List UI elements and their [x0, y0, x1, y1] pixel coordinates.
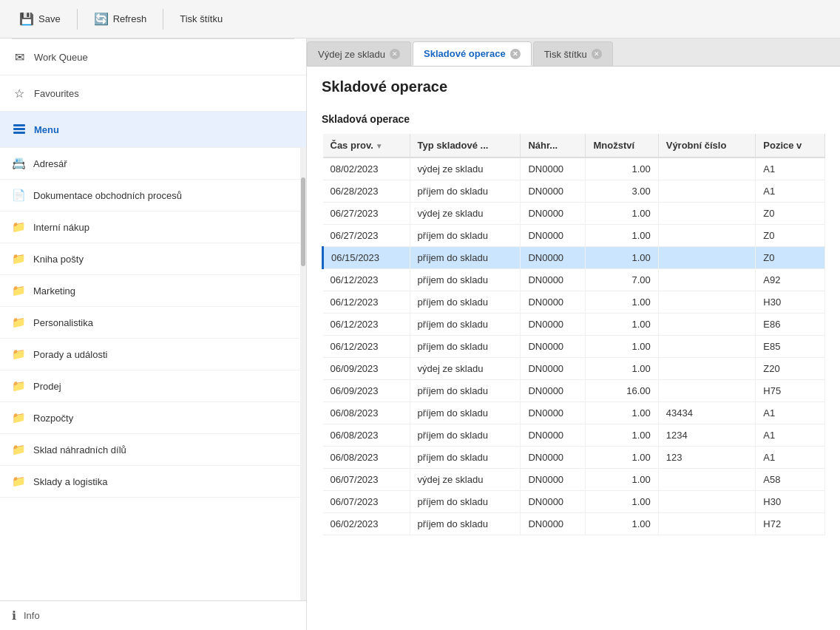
sidebar-item-menu[interactable]: Menu — [0, 112, 306, 148]
sidebar-scrollbar[interactable] — [300, 148, 306, 600]
table-row[interactable]: 06/09/2023příjem do skladuDN000016.00H75 — [323, 380, 825, 402]
sidebar-item-dokumentace-obchodních-procesů[interactable]: 📄 Dokumentace obchodních procesů — [0, 180, 300, 211]
cell-mnozstvi: 3.00 — [586, 180, 658, 203]
sidebar-item-personalistika[interactable]: 📁 Personalistika — [0, 307, 300, 339]
sidebar-item-favourites[interactable]: ☆ Favourites — [0, 75, 306, 112]
table-row[interactable]: 06/09/2023výdej ze skladuDN00001.00Z20 — [323, 358, 825, 380]
cell-cas: 06/12/2023 — [323, 269, 410, 291]
sidebar-item-sklady-a-logistika[interactable]: 📁 Sklady a logistika — [0, 466, 300, 498]
svg-rect-2 — [13, 132, 25, 134]
cell-typ: výdej ze skladu — [410, 203, 521, 225]
cell-nahr: DN0000 — [521, 314, 586, 336]
table-row[interactable]: 06/02/2023příjem do skladuDN00001.00H72 — [323, 513, 825, 535]
table-row[interactable]: 06/27/2023příjem do skladuDN00001.00Z0 — [323, 225, 825, 247]
cell-cas: 06/15/2023 — [323, 247, 410, 269]
table-row[interactable]: 06/12/2023příjem do skladuDN00001.00E86 — [323, 314, 825, 336]
table-row[interactable]: 06/08/2023příjem do skladuDN00001.004343… — [323, 402, 825, 424]
main-layout: ✉ Work Queue ☆ Favourites Menu 📇 Adresář… — [0, 38, 840, 630]
table-row[interactable]: 06/12/2023příjem do skladuDN00001.00E85 — [323, 336, 825, 358]
cell-cas: 06/09/2023 — [323, 380, 410, 402]
refresh-button[interactable]: 🔄 Refresh — [84, 7, 158, 30]
table-row[interactable]: 06/08/2023příjem do skladuDN00001.001234… — [323, 424, 825, 447]
save-button[interactable]: 💾 Save — [9, 7, 71, 30]
cell-typ: příjem do skladu — [410, 424, 521, 447]
cell-typ: výdej ze skladu — [410, 158, 521, 180]
cell-nahr: DN0000 — [521, 358, 586, 380]
content-area: Výdej ze skladu ✕Skladové operace ✕Tisk … — [307, 38, 840, 630]
cell-cas: 06/02/2023 — [323, 513, 410, 535]
folder-icon: 📁 — [12, 475, 26, 488]
cell-typ: příjem do skladu — [410, 402, 521, 424]
tab-close-icon[interactable]: ✕ — [390, 49, 400, 59]
cell-pozice: H75 — [756, 380, 825, 402]
item-icon: 📄 — [12, 189, 26, 202]
table-row[interactable]: 06/12/2023příjem do skladuDN00001.00H30 — [323, 291, 825, 314]
table-row[interactable]: 06/08/2023příjem do skladuDN00001.00123A… — [323, 447, 825, 469]
table-row[interactable]: 06/28/2023příjem do skladuDN00003.00A1 — [323, 180, 825, 203]
cell-mnozstvi: 1.00 — [586, 447, 658, 469]
table-row[interactable]: 08/02/2023výdej ze skladuDN00001.00A1 — [323, 158, 825, 180]
tab-close-icon[interactable]: ✕ — [510, 49, 521, 59]
sidebar-item-workqueue[interactable]: ✉ Work Queue — [0, 39, 306, 75]
cell-vyrobni — [658, 291, 756, 314]
cell-mnozstvi: 1.00 — [586, 291, 658, 314]
sidebar-item-sklad-náhradních-dílů[interactable]: 📁 Sklad náhradních dílů — [0, 434, 300, 466]
table-row[interactable]: 06/27/2023výdej ze skladuDN00001.00Z0 — [323, 203, 825, 225]
sidebar-item-kniha-pošty[interactable]: 📁 Kniha pošty — [0, 243, 300, 275]
table-container[interactable]: Čas prov.▼Typ skladové ...Náhr...Množstv… — [322, 134, 825, 618]
table-row[interactable]: 06/15/2023příjem do skladuDN00001.00Z0 — [323, 247, 825, 269]
sidebar-item-info[interactable]: ℹ Info — [0, 600, 306, 630]
sidebar-item-marketing[interactable]: 📁 Marketing — [0, 275, 300, 307]
col-header-pozice: Pozice v — [756, 134, 825, 158]
toolbar: 💾 Save 🔄 Refresh Tisk štítku — [0, 0, 840, 38]
cell-typ: příjem do skladu — [410, 225, 521, 247]
folder-icon: 📁 — [12, 379, 26, 393]
tab-label: Výdej ze skladu — [318, 49, 385, 60]
cell-mnozstvi: 1.00 — [586, 513, 658, 535]
sidebar-item-rozpočty[interactable]: 📁 Rozpočty — [0, 402, 300, 434]
cell-pozice: A1 — [756, 158, 825, 180]
cell-cas: 06/12/2023 — [323, 336, 410, 358]
cell-mnozstvi: 1.00 — [586, 491, 658, 513]
table-row[interactable]: 06/07/2023příjem do skladuDN00001.00H30 — [323, 491, 825, 513]
sidebar-scroll-thumb[interactable] — [301, 177, 305, 266]
cell-cas: 06/08/2023 — [323, 402, 410, 424]
cell-nahr: DN0000 — [521, 269, 586, 291]
page-title: Skladové operace — [322, 78, 825, 95]
sidebar-folder-label: Adresář — [33, 158, 67, 169]
print-button[interactable]: Tisk štítku — [169, 9, 233, 29]
tab-skladove[interactable]: Skladové operace ✕ — [413, 41, 532, 66]
save-label: Save — [38, 13, 61, 24]
cell-vyrobni — [658, 513, 756, 535]
sidebar-item-prodej[interactable]: 📁 Prodej — [0, 370, 300, 402]
folder-icon: 📁 — [12, 411, 26, 424]
cell-typ: výdej ze skladu — [410, 358, 521, 380]
table-row[interactable]: 06/07/2023výdej ze skladuDN00001.00A58 — [323, 469, 825, 491]
cell-vyrobni: 123 — [658, 447, 756, 469]
cell-pozice: A1 — [756, 180, 825, 203]
cell-nahr: DN0000 — [521, 291, 586, 314]
tab-tisk[interactable]: Tisk štítku ✕ — [533, 41, 613, 66]
col-header-cas[interactable]: Čas prov.▼ — [323, 134, 410, 158]
sidebar-item-interní-nákup[interactable]: 📁 Interní nákup — [0, 211, 300, 243]
cell-cas: 06/28/2023 — [323, 180, 410, 203]
cell-nahr: DN0000 — [521, 180, 586, 203]
table-row[interactable]: 06/12/2023příjem do skladuDN00007.00A92 — [323, 269, 825, 291]
sidebar-item-porady-a-události[interactable]: 📁 Porady a události — [0, 339, 300, 370]
sidebar-folder-label: Sklady a logistika — [33, 476, 107, 487]
sidebar-info-label: Info — [24, 610, 40, 621]
cell-typ: výdej ze skladu — [410, 469, 521, 491]
cell-nahr: DN0000 — [521, 424, 586, 447]
cell-pozice: Z0 — [756, 203, 825, 225]
sidebar-item-adresář[interactable]: 📇 Adresář — [0, 148, 300, 180]
cell-mnozstvi: 16.00 — [586, 380, 658, 402]
cell-cas: 06/07/2023 — [323, 491, 410, 513]
cell-nahr: DN0000 — [521, 402, 586, 424]
cell-mnozstvi: 1.00 — [586, 358, 658, 380]
cell-pozice: Z20 — [756, 358, 825, 380]
sidebar-folder-list: 📇 Adresář📄 Dokumentace obchodních proces… — [0, 148, 300, 600]
sidebar-folder-label: Porady a události — [33, 349, 107, 360]
tab-vydej[interactable]: Výdej ze skladu ✕ — [307, 41, 411, 66]
cell-typ: příjem do skladu — [410, 380, 521, 402]
tab-close-icon[interactable]: ✕ — [592, 49, 602, 59]
